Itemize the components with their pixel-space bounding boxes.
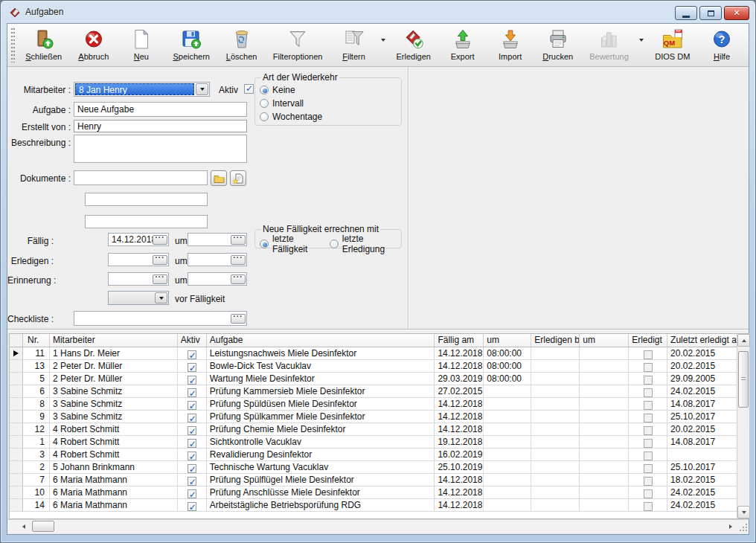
- header-um-1[interactable]: um: [484, 334, 531, 347]
- header-nr[interactable]: Nr.: [23, 334, 50, 347]
- aktiv-row-checkbox[interactable]: [188, 363, 196, 372]
- wiederkehr-option-wochentage[interactable]: Wochentage: [260, 112, 397, 122]
- wochentage-radio[interactable]: [260, 112, 269, 121]
- header-erledigt[interactable]: Erledigt: [629, 334, 667, 347]
- aktiv-row-checkbox[interactable]: [188, 376, 196, 385]
- titlebar[interactable]: Aufgaben ▬ ✕: [1, 1, 755, 23]
- speichern-button[interactable]: Speichern: [167, 25, 216, 65]
- table-row[interactable]: 10 6 Maria Mathmann Prüfung Anschlüsse M…: [10, 486, 737, 499]
- dokument2-input[interactable]: [85, 193, 208, 206]
- table-row[interactable]: 13 2 Peter Dr. Müller Bowle-Dick Test Va…: [10, 360, 737, 373]
- cell-erledigt[interactable]: [629, 474, 667, 486]
- cell-erledigt[interactable]: [629, 499, 667, 511]
- bewertung-button[interactable]: Bewertung: [584, 25, 635, 65]
- letzte-erledigung-radio[interactable]: [330, 240, 339, 248]
- cell-erledigt[interactable]: [629, 373, 667, 385]
- table-row[interactable]: 9 3 Sabine Schmitz Prüfung Spülkammer Mi…: [10, 411, 737, 423]
- dios-dm-button[interactable]: PDF QM DIOS DM: [650, 25, 696, 65]
- wiederkehr-option-intervall[interactable]: Intervall: [260, 98, 397, 109]
- filtern-dropdown-arrow[interactable]: [379, 25, 388, 65]
- table-row[interactable]: 12 4 Robert Schmitt Prüfung Chemie Miele…: [10, 423, 737, 436]
- drucken-button[interactable]: Drucken: [536, 25, 580, 65]
- erledigt-row-checkbox[interactable]: [644, 502, 653, 511]
- faellig-datum-picker-button[interactable]: [153, 235, 167, 245]
- cell-aktiv[interactable]: [178, 474, 207, 486]
- aktiv-row-checkbox[interactable]: [188, 439, 196, 448]
- erledigen-zeit-field[interactable]: [188, 253, 247, 266]
- neu-button[interactable]: Neu: [120, 25, 163, 65]
- checkliste-picker-button[interactable]: [231, 314, 246, 324]
- aktiv-row-checkbox[interactable]: [188, 426, 196, 435]
- aktiv-row-checkbox[interactable]: [188, 464, 196, 473]
- cell-aktiv[interactable]: [178, 385, 207, 397]
- cell-aktiv[interactable]: [178, 461, 207, 473]
- scroll-up-button[interactable]: [737, 334, 750, 347]
- header-mitarbeiter[interactable]: Mitarbeiter: [50, 334, 178, 347]
- cell-aktiv[interactable]: [178, 373, 207, 385]
- aktiv-row-checkbox[interactable]: [188, 477, 196, 486]
- dokument-anzeigen-button[interactable]: [230, 170, 246, 186]
- erledigt-row-checkbox[interactable]: [644, 426, 653, 435]
- import-button[interactable]: Import: [489, 25, 532, 65]
- cell-erledigt[interactable]: [629, 347, 667, 359]
- aktiv-row-checkbox[interactable]: [188, 401, 196, 410]
- cell-aktiv[interactable]: [178, 423, 207, 435]
- dokument-ordner-button[interactable]: [211, 170, 227, 186]
- table-row[interactable]: 6 3 Sabine Schmitz Prüfung Kammersieb Mi…: [10, 385, 737, 398]
- cell-erledigt[interactable]: [629, 385, 667, 397]
- hilfe-button[interactable]: ? Hilfe: [700, 25, 743, 65]
- dokument1-input[interactable]: [74, 170, 208, 185]
- table-row[interactable]: 3 4 Robert Schmitt Revalidierung Desinfe…: [10, 449, 737, 461]
- scroll-left-button[interactable]: [18, 521, 30, 533]
- table-row[interactable]: 14 6 Maria Mathmann Arbeitstägliche Betr…: [10, 499, 737, 512]
- schliessen-button[interactable]: Schließen: [20, 25, 68, 65]
- minimize-button[interactable]: ▬: [675, 6, 697, 20]
- aktiv-row-checkbox[interactable]: [188, 350, 196, 359]
- toolbar-grip[interactable]: [10, 28, 16, 62]
- filtern-button[interactable]: Filtern: [333, 25, 376, 65]
- erinnerung-zeit-picker-button[interactable]: [231, 274, 246, 284]
- erledigt-row-checkbox[interactable]: [644, 464, 653, 473]
- cell-erledigt[interactable]: [629, 449, 667, 460]
- erledigen-zeit-picker-button[interactable]: [231, 255, 246, 265]
- faellig-zeit-field[interactable]: [188, 233, 247, 246]
- aktiv-row-checkbox[interactable]: [188, 452, 196, 460]
- dokument3-input[interactable]: [85, 215, 208, 228]
- letzte-faelligkeit-option[interactable]: letzte Fälligkeit: [260, 234, 321, 254]
- cell-erledigt[interactable]: [629, 461, 667, 473]
- close-button[interactable]: ✕: [724, 6, 749, 20]
- cell-erledigt[interactable]: [629, 411, 667, 422]
- erledigt-row-checkbox[interactable]: [644, 363, 653, 372]
- resize-grip[interactable]: [738, 522, 748, 532]
- erinnerung-datum-field[interactable]: [108, 272, 169, 286]
- table-row[interactable]: 1 4 Robert Schmitt Sichtkontrolle Vacukl…: [10, 436, 737, 449]
- cell-erledigt[interactable]: [629, 423, 667, 435]
- erinnerung-zeit-field[interactable]: [188, 272, 247, 286]
- letzte-faelligkeit-radio[interactable]: [260, 240, 269, 248]
- vertical-scrollbar[interactable]: [737, 334, 749, 518]
- mitarbeiter-dropdown-button[interactable]: [196, 83, 208, 95]
- erledigt-row-checkbox[interactable]: [644, 388, 653, 397]
- faellig-datum-field[interactable]: 14.12.2018: [108, 233, 169, 246]
- erledigen-datum-field[interactable]: [108, 253, 169, 266]
- cell-aktiv[interactable]: [178, 347, 207, 359]
- checkliste-field[interactable]: [74, 311, 247, 326]
- export-button[interactable]: Export: [441, 25, 484, 65]
- erledigt-row-checkbox[interactable]: [644, 489, 653, 498]
- header-zuletzt-erledigt-am[interactable]: Zuletzt erledigt am: [667, 334, 737, 347]
- erledigen-button[interactable]: Erledigen: [391, 25, 437, 65]
- vorlauf-dropdown-button[interactable]: [155, 292, 167, 303]
- cell-erledigt[interactable]: [629, 398, 667, 410]
- cell-aktiv[interactable]: [178, 499, 207, 511]
- aktiv-checkbox[interactable]: [244, 84, 254, 94]
- cell-aktiv[interactable]: [178, 436, 207, 448]
- erledigt-row-checkbox[interactable]: [644, 414, 653, 422]
- header-faellig-am[interactable]: Fällig am: [435, 334, 484, 347]
- cell-aktiv[interactable]: [178, 360, 207, 372]
- scroll-down-button[interactable]: [737, 506, 750, 518]
- erledigt-row-checkbox[interactable]: [644, 439, 653, 448]
- header-um-2[interactable]: um: [580, 334, 629, 347]
- maximize-button[interactable]: [699, 6, 722, 20]
- cell-aktiv[interactable]: [178, 398, 207, 410]
- vorlauf-combobox[interactable]: [108, 291, 169, 305]
